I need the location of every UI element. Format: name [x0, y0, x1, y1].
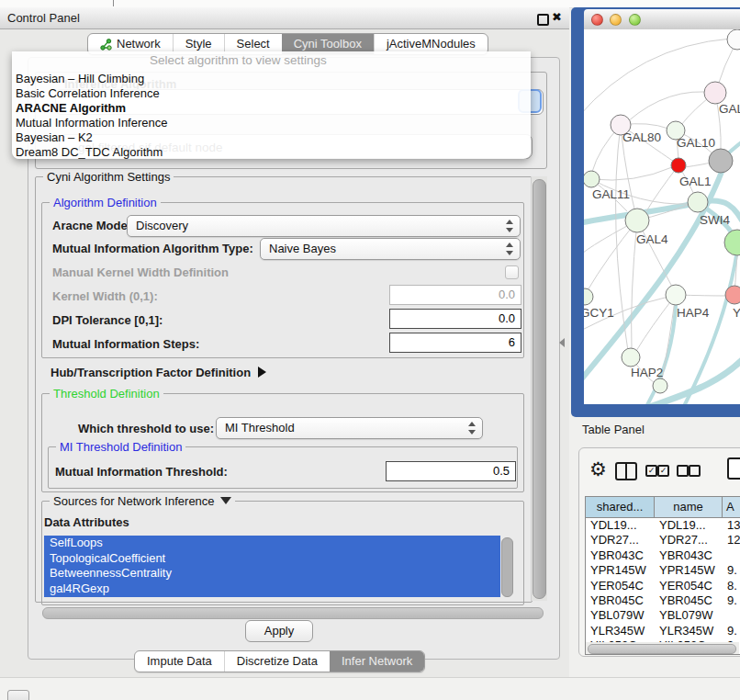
hub-definition-toggle[interactable]: Hub/Transcription Factor Definition [50, 366, 266, 379]
network-window-titlebar[interactable] [584, 9, 740, 30]
network-node[interactable] [584, 288, 593, 305]
network-node[interactable] [724, 230, 740, 255]
minimized-panel-icon[interactable] [7, 690, 29, 700]
aracne-mode-value: Discovery [136, 219, 188, 232]
attribute-item-selected[interactable]: SelfLoops [44, 536, 500, 551]
mi-algorithm-type-combo[interactable]: Naive Bayes [260, 238, 521, 260]
mac-minimize-light[interactable] [610, 14, 622, 26]
spinner-arrows-icon [467, 422, 476, 435]
table-cell[interactable]: YDL19... [655, 518, 723, 533]
tab-impute-data-label: Impute Data [147, 651, 212, 672]
network-node[interactable] [625, 209, 649, 232]
select-all-icon: ✓ [657, 465, 669, 477]
network-node[interactable] [622, 348, 640, 367]
table-row[interactable]: YBL079WYBL079W [586, 608, 740, 623]
column-header-name[interactable]: name [655, 497, 723, 517]
attributes-scrollbar-thumb[interactable] [501, 537, 513, 597]
algorithm-option[interactable]: Basic Correlation Inference [12, 86, 531, 101]
apply-button[interactable]: Apply [245, 620, 313, 642]
table-cell[interactable]: YER054C [586, 579, 655, 593]
gear-icon[interactable]: ⚙ [589, 459, 607, 479]
table-row[interactable]: YDL19...YDL19...13 [586, 518, 740, 533]
network-node-label: HAP4 [677, 306, 710, 320]
algorithm-option[interactable]: Dream8 DC_TDC Algorithm [12, 145, 531, 160]
attribute-item-selected[interactable]: gal4RGexp [44, 581, 500, 597]
mac-close-light[interactable] [591, 14, 603, 26]
mi-threshold-label: Mutual Information Threshold: [55, 465, 228, 479]
mi-steps-field[interactable]: 6 [389, 333, 521, 353]
table-row[interactable]: YBR045CYBR045C9. [586, 593, 740, 608]
table-cell[interactable]: YBL079W [655, 608, 723, 623]
algorithm-option[interactable]: Mutual Information Inference [12, 116, 531, 130]
network-node[interactable] [584, 171, 600, 187]
tab-impute-data[interactable]: Impute Data [135, 651, 224, 672]
table-cell[interactable]: 9. [723, 624, 740, 638]
table-cell[interactable]: YDL19... [586, 518, 655, 533]
table-cell[interactable]: YDR27... [655, 533, 723, 548]
table-cell[interactable]: YPR145W [586, 563, 655, 578]
select-all-icon[interactable]: ✓ [645, 465, 657, 477]
table-row[interactable]: YDR27...YDR27...12 [586, 533, 740, 548]
network-node[interactable] [725, 286, 740, 304]
table-row[interactable]: YBR043CYBR043C [586, 548, 740, 563]
export-table-icon[interactable] [727, 457, 740, 480]
table-row[interactable]: YLR345WYLR345W9. [586, 624, 740, 638]
attribute-item-selected[interactable]: TopologicalCoefficient [44, 551, 500, 567]
tab-infer-network[interactable]: Infer Network [330, 651, 424, 672]
table-cell[interactable]: 9. [723, 563, 740, 578]
table-hscrollbar-thumb[interactable] [588, 644, 736, 654]
table-row[interactable]: YER054CYER054C8. [586, 579, 740, 593]
column-header-partial[interactable]: A [723, 497, 740, 517]
network-node[interactable] [727, 29, 740, 50]
float-window-icon[interactable] [537, 14, 549, 26]
column-header-shared-name[interactable]: shared... [586, 497, 655, 517]
settings-vscrollbar-thumb[interactable] [533, 179, 546, 599]
table-cell[interactable]: 8. [723, 579, 740, 593]
table-cell[interactable]: YLR345W [586, 624, 655, 638]
table-cell[interactable]: 12 [723, 533, 740, 548]
table-cell[interactable] [723, 608, 740, 623]
tab-discretize-data[interactable]: Discretize Data [224, 651, 330, 672]
network-node[interactable] [671, 158, 686, 173]
network-node-labels: GALGAL80GAL10GAL1SWI4GAL11GAL4GCY1HAP4YH… [584, 102, 740, 379]
kernel-width-field[interactable]: 0.0 [389, 285, 521, 305]
close-icon[interactable]: ✖ [552, 10, 562, 24]
panel-splitter-collapse-icon[interactable] [559, 338, 565, 347]
table-cell[interactable]: YER054C [655, 579, 723, 593]
aracne-mode-combo[interactable]: Discovery [127, 215, 521, 237]
table-cell[interactable]: 13 [723, 518, 740, 533]
mi-threshold-field[interactable]: 0.5 [386, 461, 516, 481]
table-row[interactable]: YPR145WYPR145W9. [586, 563, 740, 578]
dpi-tolerance-field[interactable]: 0.0 [389, 309, 521, 329]
mac-zoom-light[interactable] [629, 14, 641, 26]
network-node[interactable] [704, 82, 726, 104]
attribute-item-selected[interactable]: BetweennessCentrality [44, 566, 500, 581]
table-cell[interactable]: YPR145W [655, 563, 723, 578]
table-cell[interactable]: YDR27... [586, 533, 655, 548]
top-strip-tick [113, 0, 114, 6]
table-cell[interactable]: YLR345W [655, 624, 723, 638]
network-node[interactable] [688, 192, 708, 212]
settings-hscrollbar-thumb[interactable] [42, 607, 544, 619]
deselect-all-icon[interactable] [677, 465, 689, 477]
table-cell[interactable]: YBR043C [586, 548, 655, 563]
table-cell[interactable] [723, 548, 740, 563]
sources-title-text: Sources for Network Inference [53, 494, 215, 508]
sources-group-title[interactable]: Sources for Network Inference [50, 494, 235, 508]
network-node[interactable] [666, 285, 686, 305]
table-cell[interactable]: YBR045C [586, 593, 655, 608]
control-panel: Control Panel ✖ Network Style Se [0, 7, 569, 677]
which-threshold-combo[interactable]: MI Threshold [216, 417, 483, 439]
table-cell[interactable]: 9. [723, 593, 740, 608]
algorithm-option[interactable]: Bayesian – K2 [12, 130, 531, 145]
manual-kernel-width-checkbox[interactable] [505, 265, 519, 279]
network-canvas[interactable]: GALGAL80GAL10GAL1SWI4GAL11GAL4GCY1HAP4YH… [584, 29, 740, 404]
table-cell[interactable]: YBR045C [655, 593, 723, 608]
algorithm-option[interactable]: Bayesian – Hill Climbing [12, 72, 531, 86]
network-node[interactable] [709, 149, 733, 173]
column-visibility-icon[interactable] [615, 462, 637, 480]
table-cell[interactable]: YBL079W [586, 608, 655, 623]
network-node[interactable] [653, 378, 667, 393]
algorithm-option-highlighted[interactable]: ARACNE Algorithm [12, 101, 531, 116]
table-cell[interactable]: YBR043C [655, 548, 723, 563]
